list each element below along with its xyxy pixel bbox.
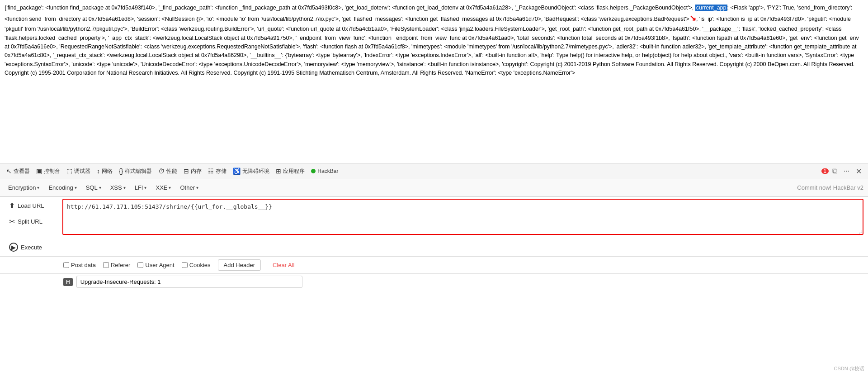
user-agent-checkbox-item[interactable]: User Agent xyxy=(137,262,174,268)
accessibility-label: 无障碍环境 xyxy=(242,167,269,175)
debugger-label: 调试器 xyxy=(74,167,90,175)
referer-checkbox-item[interactable]: Referer xyxy=(103,262,130,268)
devtools-network[interactable]: ↕ 网络 xyxy=(94,166,115,177)
encryption-chevron-icon: ▾ xyxy=(37,185,39,190)
split-url-button[interactable]: ✂ Split URL xyxy=(5,215,59,229)
error-badge: 1 xyxy=(821,168,829,174)
hackbar-toolbar: Encryption ▾ Encoding ▾ SQL ▾ XSS ▾ LFI … xyxy=(0,179,868,196)
storage-icon: ☷ xyxy=(208,167,214,175)
xxe-chevron-icon: ▾ xyxy=(169,185,171,190)
post-data-checkbox[interactable] xyxy=(63,262,69,268)
referer-checkbox[interactable] xyxy=(103,262,109,268)
execute-row: ▶ Execute xyxy=(0,238,868,256)
memory-icon: ⊟ xyxy=(184,167,189,175)
memory-label: 内存 xyxy=(191,167,202,175)
user-agent-checkbox[interactable] xyxy=(137,262,143,268)
devtools-bar: ↖ 查看器 ▣ 控制台 ⬚ 调试器 ↕ 网络 {} 样式编辑器 ⏱ 性能 ⊟ 内… xyxy=(0,163,868,179)
devtools-debugger[interactable]: ⬚ 调试器 xyxy=(64,166,93,177)
window-icon[interactable]: ⧉ xyxy=(830,165,840,177)
devtools-application[interactable]: ⊞ 应用程序 xyxy=(273,166,307,177)
load-url-button[interactable]: ⬆ Load URL xyxy=(5,199,59,213)
header-input[interactable] xyxy=(76,276,302,288)
clear-all-button[interactable]: Clear All xyxy=(268,260,299,270)
devtools-hackbar[interactable]: HackBar xyxy=(308,166,341,176)
header-badge: H xyxy=(63,278,73,286)
options-row: Post data Referer User Agent Cookies Add… xyxy=(0,257,868,273)
url-textarea-wrap: http://61.147.171.105:51437/shrine/{{url… xyxy=(62,199,863,236)
xss-menu[interactable]: XSS ▾ xyxy=(107,182,129,193)
lfi-label: LFI xyxy=(135,184,143,191)
encryption-menu[interactable]: Encryption ▾ xyxy=(5,182,43,193)
highlighted-text: current_app xyxy=(695,5,727,11)
devtools-performance[interactable]: ⏱ 性能 xyxy=(156,166,180,177)
url-row: ⬆ Load URL ✂ Split URL http://61.147.171… xyxy=(0,197,868,238)
split-url-icon: ✂ xyxy=(9,217,15,226)
console-label: 控制台 xyxy=(44,167,60,175)
network-label: 网络 xyxy=(102,167,113,175)
devtools-accessibility[interactable]: ♿ 无障碍环境 xyxy=(230,166,272,177)
post-data-checkbox-item[interactable]: Post data xyxy=(63,262,96,268)
sql-chevron-icon: ▾ xyxy=(99,185,101,190)
accessibility-icon: ♿ xyxy=(233,167,241,175)
header-row: H xyxy=(0,274,868,290)
url-buttons: ⬆ Load URL ✂ Split URL xyxy=(5,199,59,229)
cookies-checkbox-item[interactable]: Cookies xyxy=(182,262,211,268)
other-chevron-icon: ▾ xyxy=(196,185,198,190)
lfi-menu[interactable]: LFI ▾ xyxy=(131,182,151,193)
style-editor-icon: {} xyxy=(119,167,123,175)
encryption-label: Encryption xyxy=(8,184,36,191)
xss-chevron-icon: ▾ xyxy=(123,185,126,190)
execute-play-icon: ▶ xyxy=(9,243,18,252)
load-url-icon: ⬆ xyxy=(9,201,15,210)
sql-menu[interactable]: SQL ▾ xyxy=(82,182,105,193)
performance-icon: ⏱ xyxy=(158,167,165,175)
user-agent-label: User Agent xyxy=(145,262,174,268)
xxe-menu[interactable]: XXE ▾ xyxy=(152,182,175,193)
execute-button[interactable]: ▶ Execute xyxy=(5,240,47,254)
add-header-button[interactable]: Add Header xyxy=(218,259,261,271)
load-url-label: Load URL xyxy=(18,202,44,209)
devtools-inspector[interactable]: ↖ 查看器 xyxy=(4,166,33,177)
application-label: 应用程序 xyxy=(283,167,305,175)
devtools-memory[interactable]: ⊟ 内存 xyxy=(181,166,204,177)
cookies-checkbox[interactable] xyxy=(182,262,188,268)
post-data-label: Post data xyxy=(71,262,96,268)
other-menu[interactable]: Other ▾ xyxy=(176,182,202,193)
inspector-icon: ↖ xyxy=(6,167,12,175)
inspector-label: 查看器 xyxy=(14,167,30,175)
hackbar-dot-icon xyxy=(311,169,316,173)
encoding-chevron-icon: ▾ xyxy=(75,185,77,190)
execute-label: Execute xyxy=(21,244,42,251)
encoding-label: Encoding xyxy=(48,184,73,191)
devtools-style-editor[interactable]: {} 样式编辑器 xyxy=(116,166,155,177)
lfi-chevron-icon: ▾ xyxy=(144,185,146,190)
application-icon: ⊞ xyxy=(276,167,281,175)
cookies-label: Cookies xyxy=(189,262,211,268)
performance-label: 性能 xyxy=(166,167,177,175)
console-icon: ▣ xyxy=(36,167,42,175)
close-icon[interactable]: ✕ xyxy=(853,165,864,177)
referer-label: Referer xyxy=(111,262,130,268)
commit-text: Commit now! HackBar v2 xyxy=(797,184,863,191)
xxe-label: XXE xyxy=(156,184,167,191)
storage-label: 存储 xyxy=(216,167,226,175)
hackbar-label: HackBar xyxy=(317,168,338,174)
devtools-storage[interactable]: ☷ 存储 xyxy=(205,166,229,177)
content-area: {'find_package': <function find_package … xyxy=(0,0,868,163)
style-editor-label: 样式编辑器 xyxy=(125,167,152,175)
url-input[interactable]: http://61.147.171.105:51437/shrine/{{url… xyxy=(62,199,863,235)
encoding-menu[interactable]: Encoding ▾ xyxy=(45,182,80,193)
debugger-icon: ⬚ xyxy=(66,167,72,175)
more-icon[interactable]: ··· xyxy=(841,165,852,177)
other-label: Other xyxy=(180,184,195,191)
xss-label: XSS xyxy=(110,184,122,191)
network-icon: ↕ xyxy=(97,167,100,175)
devtools-console[interactable]: ▣ 控制台 xyxy=(33,166,63,177)
split-url-label: Split URL xyxy=(18,218,42,225)
sql-label: SQL xyxy=(86,184,98,191)
